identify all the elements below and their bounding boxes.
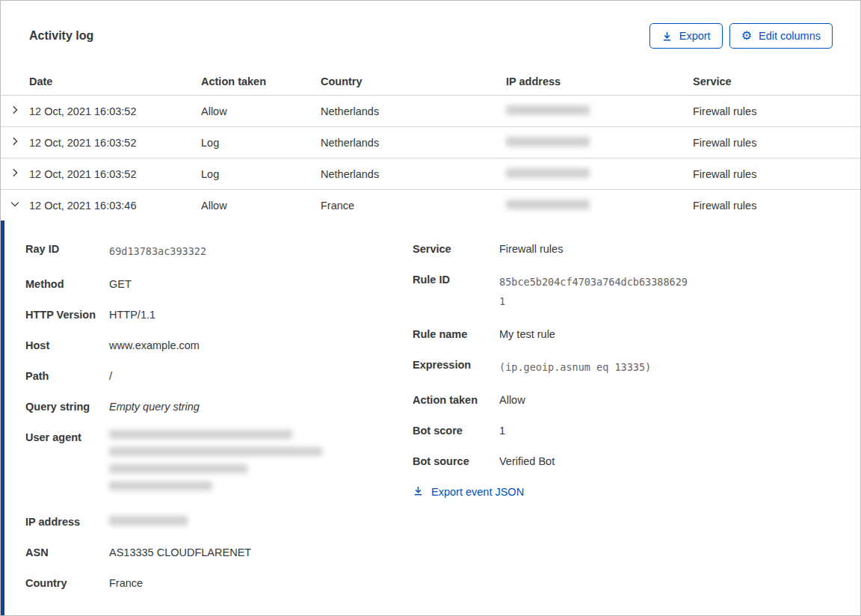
cell-action-taken: Allow [201, 200, 321, 212]
cell-date: 12 Oct, 2021 16:03:52 [29, 168, 201, 180]
chevron-right-icon [10, 167, 20, 180]
detail-label: Rule name [413, 327, 499, 342]
cell-country: Netherlands [321, 105, 506, 117]
detail-value-redacted [109, 430, 322, 499]
top-actions: Export ⚙ Edit columns [649, 23, 833, 49]
cell-service: Firewall rules [693, 168, 860, 180]
edit-columns-button-label: Edit columns [759, 31, 821, 42]
cell-date: 12 Oct, 2021 16:03:52 [29, 137, 201, 149]
detail-value: Firewall rules [499, 241, 563, 256]
detail-value: Allow [499, 392, 525, 407]
activity-log-panel: Activity log Export ⚙ Edit columns Date … [0, 0, 861, 616]
detail-value: Empty query string [109, 399, 200, 414]
detail-label: HTTP Version [25, 307, 109, 322]
table-header-row: Date Action taken Country IP address Ser… [1, 68, 860, 95]
cell-action-taken: Log [201, 137, 321, 149]
activity-log-table: Date Action taken Country IP address Ser… [1, 68, 860, 616]
detail-row-asn: ASN AS13335 CLOUDFLARENET [25, 545, 413, 560]
cell-ip-address-redacted [506, 168, 693, 180]
detail-value: (ip.geoip.asnum eq 13335) [499, 357, 651, 377]
detail-value: HTTP/1.1 [109, 307, 155, 322]
detail-value: France [109, 576, 143, 591]
detail-value: www.example.com [109, 338, 200, 353]
detail-value: Verified Bot [499, 454, 555, 469]
detail-value: GET [109, 277, 132, 292]
chevron-right-icon [10, 105, 20, 117]
detail-row-country: Country France [25, 576, 413, 591]
detail-value: AS13335 CLOUDFLARENET [109, 545, 251, 560]
cell-ip-address-redacted [506, 105, 693, 117]
redacted-ip-blur [506, 137, 590, 147]
detail-value: 1 [499, 423, 505, 438]
detail-value: 69d13783ac393322 [109, 241, 206, 261]
redacted-ip-blur [506, 200, 590, 209]
detail-label: Host [25, 338, 109, 353]
redacted-text-blur [109, 481, 212, 490]
download-icon [413, 485, 424, 499]
column-header-service: Service [693, 76, 860, 87]
event-detail-panel: Ray ID 69d13783ac393322 Method GET HTTP … [1, 221, 860, 616]
detail-label: Method [25, 277, 109, 292]
cell-country: Netherlands [321, 137, 506, 149]
detail-row-bot-score: Bot score 1 [413, 423, 860, 438]
detail-label: Query string [25, 399, 109, 414]
redacted-text-blur [109, 430, 292, 439]
expand-row-button[interactable] [1, 158, 29, 189]
table-row[interactable]: 12 Oct, 2021 16:03:52 Log Netherlands Fi… [1, 126, 860, 158]
export-button-label: Export [679, 31, 711, 42]
detail-row-user-agent: User agent [25, 430, 413, 499]
expand-row-button[interactable] [1, 96, 29, 126]
column-header-ip-address: IP address [506, 76, 693, 87]
redacted-text-blur [109, 447, 322, 456]
table-row[interactable]: 12 Oct, 2021 16:03:52 Allow Netherlands … [1, 95, 860, 126]
detail-label: Expression [413, 357, 499, 377]
cell-country: France [321, 200, 506, 212]
table-row[interactable]: 12 Oct, 2021 16:03:52 Log Netherlands Fi… [1, 158, 860, 189]
detail-row-path: Path / [25, 369, 413, 384]
detail-row-action-taken: Action taken Allow [413, 392, 860, 407]
redacted-ip-blur [506, 168, 590, 178]
edit-columns-button[interactable]: ⚙ Edit columns [729, 23, 833, 49]
cell-service: Firewall rules [693, 105, 860, 117]
column-header-date: Date [29, 76, 201, 87]
detail-row-expression: Expression (ip.geoip.asnum eq 13335) [413, 357, 860, 377]
detail-row-bot-source: Bot source Verified Bot [413, 454, 860, 469]
export-button[interactable]: Export [649, 23, 723, 49]
detail-row-http-version: HTTP Version HTTP/1.1 [25, 307, 413, 322]
cell-service: Firewall rules [693, 200, 860, 212]
detail-label: Bot score [413, 423, 499, 438]
detail-value: / [109, 369, 112, 384]
cell-action-taken: Log [201, 168, 321, 180]
export-event-json-link[interactable]: Export event JSON [413, 485, 524, 499]
detail-row-rule-id: Rule ID 85bce5b204cf4703a764dcb633886291 [413, 272, 860, 311]
chevron-down-icon [10, 199, 20, 212]
detail-row-ip-address: IP address [25, 514, 413, 529]
table-row-expanded[interactable]: 12 Oct, 2021 16:03:46 Allow France Firew… [1, 189, 860, 221]
detail-label: User agent [25, 430, 109, 499]
firewall-details-column: Service Firewall rules Rule ID 85bce5b20… [413, 241, 860, 616]
detail-label: IP address [25, 514, 109, 529]
detail-label: Rule ID [413, 272, 499, 311]
expand-row-button[interactable] [1, 127, 29, 158]
gear-icon: ⚙ [741, 30, 752, 42]
request-details-column: Ray ID 69d13783ac393322 Method GET HTTP … [25, 241, 413, 616]
collapse-row-button[interactable] [1, 190, 29, 221]
column-header-country: Country [321, 76, 506, 87]
column-header-action-taken: Action taken [201, 76, 321, 87]
detail-label: Action taken [413, 392, 499, 407]
detail-row-host: Host www.example.com [25, 338, 413, 353]
chevron-right-icon [10, 136, 20, 149]
redacted-ip-blur [109, 516, 188, 526]
detail-row-rule-name: Rule name My test rule [413, 327, 860, 342]
page-title: Activity log [29, 29, 93, 43]
detail-row-ray-id: Ray ID 69d13783ac393322 [25, 241, 413, 261]
detail-label: Path [25, 369, 109, 384]
detail-row-method: Method GET [25, 277, 413, 292]
detail-row-service: Service Firewall rules [413, 241, 860, 256]
redacted-text-blur [109, 464, 247, 473]
detail-label: Service [413, 241, 499, 256]
export-event-json-label: Export event JSON [431, 486, 524, 498]
detail-value: 85bce5b204cf4703a764dcb633886291 [499, 272, 692, 311]
cell-ip-address-redacted [506, 137, 693, 149]
cell-date: 12 Oct, 2021 16:03:46 [29, 200, 201, 212]
